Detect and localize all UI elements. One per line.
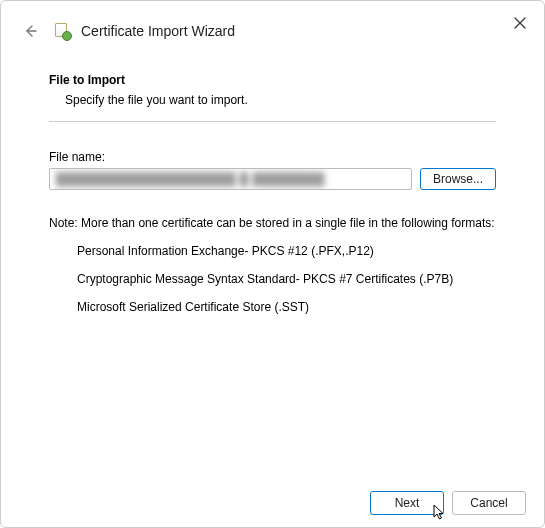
next-button-label: Next — [395, 496, 420, 510]
page-heading: File to Import — [49, 73, 496, 87]
file-name-input[interactable]: ████████████████████ █.████████ — [49, 168, 412, 190]
file-name-value: ████████████████████ █.████████ — [56, 172, 325, 186]
browse-button[interactable]: Browse... — [420, 168, 496, 190]
close-button[interactable] — [506, 9, 534, 37]
file-row: ████████████████████ █.████████ Browse..… — [49, 168, 496, 190]
page-subheading: Specify the file you want to import. — [65, 93, 496, 107]
next-button[interactable]: Next — [370, 491, 444, 515]
format-item: Microsoft Serialized Certificate Store (… — [77, 300, 496, 314]
format-item: Personal Information Exchange- PKCS #12 … — [77, 244, 496, 258]
titlebar: Certificate Import Wizard — [1, 1, 544, 57]
divider — [49, 121, 496, 122]
window-title: Certificate Import Wizard — [81, 23, 235, 39]
file-name-label: File name: — [49, 150, 496, 164]
cancel-button[interactable]: Cancel — [452, 491, 526, 515]
back-arrow-icon — [23, 23, 39, 39]
certificate-wizard-icon — [53, 21, 73, 41]
mouse-cursor-icon — [433, 504, 447, 522]
footer: Next Cancel — [370, 491, 526, 515]
close-icon — [514, 17, 526, 29]
note-text: Note: More than one certificate can be s… — [49, 216, 496, 230]
format-item: Cryptographic Message Syntax Standard- P… — [77, 272, 496, 286]
formats-list: Personal Information Exchange- PKCS #12 … — [77, 244, 496, 314]
content-area: File to Import Specify the file you want… — [1, 57, 544, 314]
back-button[interactable] — [19, 19, 43, 43]
